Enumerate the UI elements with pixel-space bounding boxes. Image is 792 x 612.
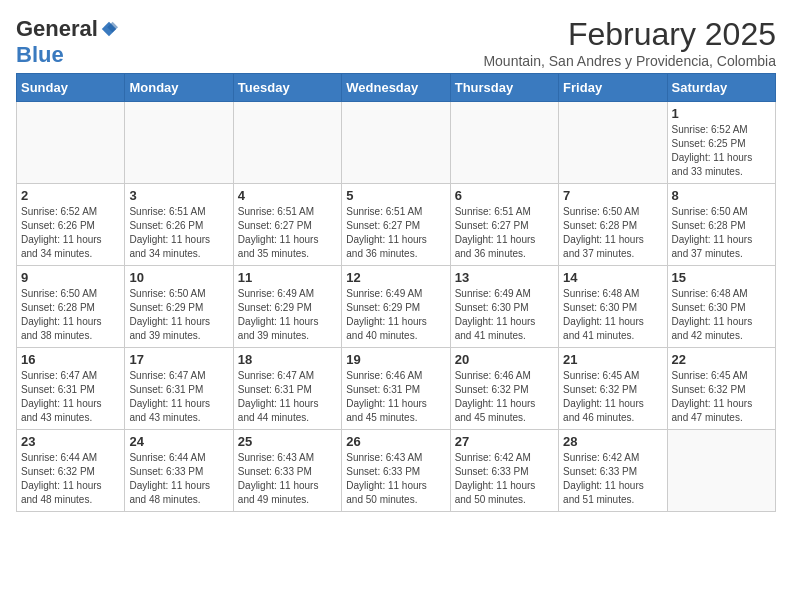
day-number: 14 [563,270,662,285]
calendar-cell: 12Sunrise: 6:49 AM Sunset: 6:29 PM Dayli… [342,266,450,348]
day-number: 7 [563,188,662,203]
calendar-week-row: 23Sunrise: 6:44 AM Sunset: 6:32 PM Dayli… [17,430,776,512]
day-info: Sunrise: 6:50 AM Sunset: 6:28 PM Dayligh… [563,205,662,261]
calendar-cell: 23Sunrise: 6:44 AM Sunset: 6:32 PM Dayli… [17,430,125,512]
day-info: Sunrise: 6:43 AM Sunset: 6:33 PM Dayligh… [238,451,337,507]
calendar-cell: 3Sunrise: 6:51 AM Sunset: 6:26 PM Daylig… [125,184,233,266]
day-of-week-header: Thursday [450,74,558,102]
day-number: 27 [455,434,554,449]
day-info: Sunrise: 6:44 AM Sunset: 6:33 PM Dayligh… [129,451,228,507]
day-info: Sunrise: 6:47 AM Sunset: 6:31 PM Dayligh… [21,369,120,425]
location-title: Mountain, San Andres y Providencia, Colo… [483,53,776,69]
day-info: Sunrise: 6:42 AM Sunset: 6:33 PM Dayligh… [455,451,554,507]
calendar-cell: 26Sunrise: 6:43 AM Sunset: 6:33 PM Dayli… [342,430,450,512]
day-info: Sunrise: 6:47 AM Sunset: 6:31 PM Dayligh… [129,369,228,425]
day-number: 28 [563,434,662,449]
calendar-cell [125,102,233,184]
day-info: Sunrise: 6:45 AM Sunset: 6:32 PM Dayligh… [672,369,771,425]
calendar-cell: 4Sunrise: 6:51 AM Sunset: 6:27 PM Daylig… [233,184,341,266]
day-number: 21 [563,352,662,367]
day-number: 15 [672,270,771,285]
calendar-table: SundayMondayTuesdayWednesdayThursdayFrid… [16,73,776,512]
calendar-cell: 1Sunrise: 6:52 AM Sunset: 6:25 PM Daylig… [667,102,775,184]
calendar-cell: 16Sunrise: 6:47 AM Sunset: 6:31 PM Dayli… [17,348,125,430]
day-number: 19 [346,352,445,367]
calendar-cell [233,102,341,184]
calendar-cell [667,430,775,512]
calendar-header-row: SundayMondayTuesdayWednesdayThursdayFrid… [17,74,776,102]
month-title: February 2025 [483,16,776,53]
day-number: 4 [238,188,337,203]
day-number: 3 [129,188,228,203]
day-info: Sunrise: 6:46 AM Sunset: 6:32 PM Dayligh… [455,369,554,425]
day-info: Sunrise: 6:52 AM Sunset: 6:26 PM Dayligh… [21,205,120,261]
day-number: 2 [21,188,120,203]
day-info: Sunrise: 6:44 AM Sunset: 6:32 PM Dayligh… [21,451,120,507]
day-number: 25 [238,434,337,449]
day-info: Sunrise: 6:46 AM Sunset: 6:31 PM Dayligh… [346,369,445,425]
day-info: Sunrise: 6:51 AM Sunset: 6:27 PM Dayligh… [346,205,445,261]
day-number: 6 [455,188,554,203]
day-of-week-header: Saturday [667,74,775,102]
day-number: 18 [238,352,337,367]
calendar-cell: 18Sunrise: 6:47 AM Sunset: 6:31 PM Dayli… [233,348,341,430]
calendar-week-row: 16Sunrise: 6:47 AM Sunset: 6:31 PM Dayli… [17,348,776,430]
day-number: 23 [21,434,120,449]
day-info: Sunrise: 6:43 AM Sunset: 6:33 PM Dayligh… [346,451,445,507]
day-info: Sunrise: 6:45 AM Sunset: 6:32 PM Dayligh… [563,369,662,425]
calendar-cell: 10Sunrise: 6:50 AM Sunset: 6:29 PM Dayli… [125,266,233,348]
day-of-week-header: Sunday [17,74,125,102]
calendar-cell: 27Sunrise: 6:42 AM Sunset: 6:33 PM Dayli… [450,430,558,512]
day-info: Sunrise: 6:50 AM Sunset: 6:29 PM Dayligh… [129,287,228,343]
day-of-week-header: Wednesday [342,74,450,102]
day-info: Sunrise: 6:49 AM Sunset: 6:29 PM Dayligh… [346,287,445,343]
day-number: 22 [672,352,771,367]
calendar-cell: 8Sunrise: 6:50 AM Sunset: 6:28 PM Daylig… [667,184,775,266]
day-info: Sunrise: 6:49 AM Sunset: 6:30 PM Dayligh… [455,287,554,343]
day-of-week-header: Monday [125,74,233,102]
day-number: 11 [238,270,337,285]
day-info: Sunrise: 6:50 AM Sunset: 6:28 PM Dayligh… [21,287,120,343]
calendar-cell: 13Sunrise: 6:49 AM Sunset: 6:30 PM Dayli… [450,266,558,348]
calendar-cell: 22Sunrise: 6:45 AM Sunset: 6:32 PM Dayli… [667,348,775,430]
day-info: Sunrise: 6:49 AM Sunset: 6:29 PM Dayligh… [238,287,337,343]
calendar-cell: 14Sunrise: 6:48 AM Sunset: 6:30 PM Dayli… [559,266,667,348]
day-info: Sunrise: 6:50 AM Sunset: 6:28 PM Dayligh… [672,205,771,261]
calendar-cell: 17Sunrise: 6:47 AM Sunset: 6:31 PM Dayli… [125,348,233,430]
day-number: 9 [21,270,120,285]
calendar-week-row: 9Sunrise: 6:50 AM Sunset: 6:28 PM Daylig… [17,266,776,348]
title-area: February 2025 Mountain, San Andres y Pro… [483,16,776,69]
calendar-cell: 6Sunrise: 6:51 AM Sunset: 6:27 PM Daylig… [450,184,558,266]
logo-icon [100,20,118,38]
day-number: 5 [346,188,445,203]
calendar-cell [342,102,450,184]
day-info: Sunrise: 6:47 AM Sunset: 6:31 PM Dayligh… [238,369,337,425]
day-number: 17 [129,352,228,367]
day-of-week-header: Friday [559,74,667,102]
calendar-cell: 28Sunrise: 6:42 AM Sunset: 6:33 PM Dayli… [559,430,667,512]
day-number: 26 [346,434,445,449]
day-info: Sunrise: 6:42 AM Sunset: 6:33 PM Dayligh… [563,451,662,507]
day-number: 12 [346,270,445,285]
header: General Blue February 2025 Mountain, San… [16,16,776,69]
day-info: Sunrise: 6:51 AM Sunset: 6:27 PM Dayligh… [455,205,554,261]
day-info: Sunrise: 6:48 AM Sunset: 6:30 PM Dayligh… [563,287,662,343]
calendar-cell: 7Sunrise: 6:50 AM Sunset: 6:28 PM Daylig… [559,184,667,266]
calendar-cell: 20Sunrise: 6:46 AM Sunset: 6:32 PM Dayli… [450,348,558,430]
day-number: 16 [21,352,120,367]
day-info: Sunrise: 6:51 AM Sunset: 6:27 PM Dayligh… [238,205,337,261]
calendar-cell: 21Sunrise: 6:45 AM Sunset: 6:32 PM Dayli… [559,348,667,430]
calendar-week-row: 1Sunrise: 6:52 AM Sunset: 6:25 PM Daylig… [17,102,776,184]
day-number: 24 [129,434,228,449]
calendar-cell: 11Sunrise: 6:49 AM Sunset: 6:29 PM Dayli… [233,266,341,348]
logo-blue-text: Blue [16,42,64,68]
calendar-cell [17,102,125,184]
day-info: Sunrise: 6:48 AM Sunset: 6:30 PM Dayligh… [672,287,771,343]
day-number: 20 [455,352,554,367]
logo-general-text: General [16,16,98,42]
day-info: Sunrise: 6:52 AM Sunset: 6:25 PM Dayligh… [672,123,771,179]
day-number: 13 [455,270,554,285]
day-number: 8 [672,188,771,203]
day-info: Sunrise: 6:51 AM Sunset: 6:26 PM Dayligh… [129,205,228,261]
calendar-cell [450,102,558,184]
